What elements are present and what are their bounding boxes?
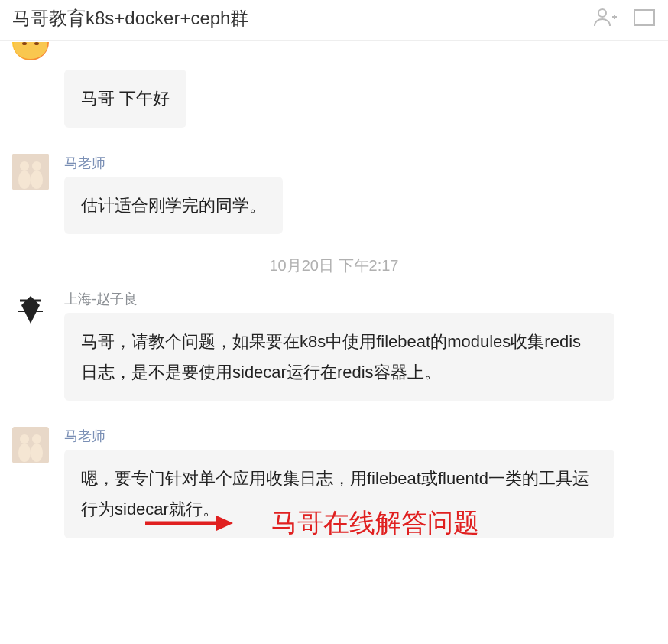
svg-point-19 [31, 444, 43, 462]
header-actions [593, 6, 656, 31]
svg-point-9 [18, 171, 31, 189]
svg-point-10 [32, 161, 41, 171]
avatar[interactable] [12, 290, 49, 327]
message-content: 马老师 嗯，要专门针对单个应用收集日志，用filebeat或fluentd一类的… [64, 427, 656, 538]
timestamp-divider: 10月20日 下午2:17 [12, 255, 656, 276]
chat-message-list: 马哥 下午好 马老师 估计适合刚学完的同学。 10月20日 下午2:17 [0, 41, 668, 551]
message-row: 上海-赵子良 马哥，请教个问题，如果要在k8s中使用filebeat的modul… [12, 290, 656, 401]
svg-rect-15 [12, 427, 49, 463]
svg-point-4 [14, 42, 47, 59]
svg-rect-3 [634, 10, 654, 25]
svg-point-5 [22, 42, 27, 45]
svg-point-18 [32, 434, 41, 444]
svg-point-6 [34, 42, 39, 45]
message-content: 马老师 估计适合刚学完的同学。 [64, 154, 656, 235]
svg-point-16 [20, 434, 29, 444]
avatar[interactable] [12, 427, 49, 463]
svg-point-11 [31, 171, 43, 189]
folder-icon[interactable] [633, 7, 656, 30]
svg-point-0 [598, 9, 606, 17]
message-content: 上海-赵子良 马哥，请教个问题，如果要在k8s中使用filebeat的modul… [64, 290, 656, 401]
svg-point-8 [20, 161, 29, 171]
chat-header: 马哥教育k8s+docker+ceph群 [0, 0, 668, 41]
message-nickname: 上海-赵子良 [64, 290, 656, 308]
message-row: 马老师 估计适合刚学完的同学。 [12, 154, 656, 235]
svg-point-17 [18, 444, 31, 462]
avatar[interactable] [12, 154, 49, 190]
add-member-icon[interactable] [593, 6, 618, 31]
message-nickname: 马老师 [64, 427, 656, 445]
message-row: 马哥 下午好 [12, 48, 656, 128]
message-bubble[interactable]: 估计适合刚学完的同学。 [64, 177, 283, 235]
message-bubble[interactable]: 嗯，要专门针对单个应用收集日志，用filebeat或fluentd一类的工具运行… [64, 450, 614, 538]
chat-title: 马哥教育k8s+docker+ceph群 [12, 6, 248, 31]
message-bubble[interactable]: 马哥，请教个问题，如果要在k8s中使用filebeat的modules收集red… [64, 313, 614, 401]
message-bubble[interactable]: 马哥 下午好 [64, 70, 186, 128]
svg-rect-7 [12, 154, 49, 190]
message-nickname: 马老师 [64, 154, 656, 172]
avatar[interactable] [12, 42, 49, 60]
message-content: 马哥 下午好 [64, 48, 656, 128]
message-row: 马老师 嗯，要专门针对单个应用收集日志，用filebeat或fluentd一类的… [12, 427, 656, 538]
